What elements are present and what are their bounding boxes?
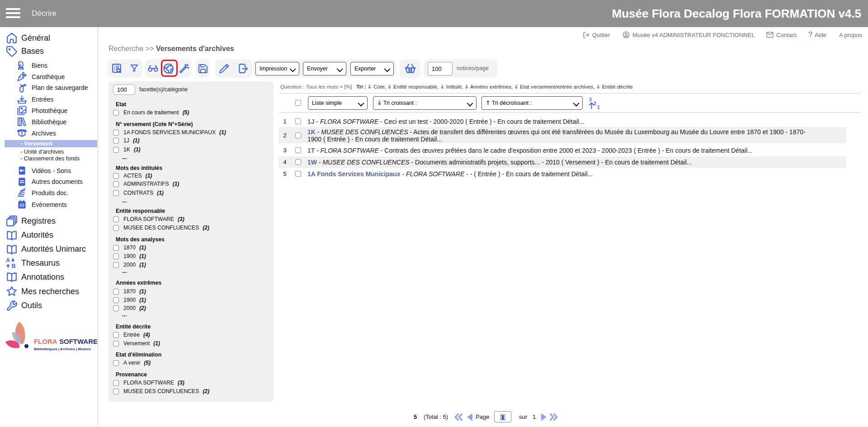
svg-text:SOFTWARE: SOFTWARE bbox=[59, 338, 97, 345]
svg-text:3: 3 bbox=[589, 97, 592, 102]
svg-text:1: 1 bbox=[597, 105, 600, 110]
svg-text:Bibliothèques | Archives | Mus: Bibliothèques | Archives | Musées bbox=[34, 347, 91, 351]
svg-text:FLORA: FLORA bbox=[34, 338, 57, 345]
svg-text:A: A bbox=[6, 257, 10, 263]
svg-text:B: B bbox=[11, 263, 15, 269]
svg-text:2: 2 bbox=[594, 101, 596, 106]
